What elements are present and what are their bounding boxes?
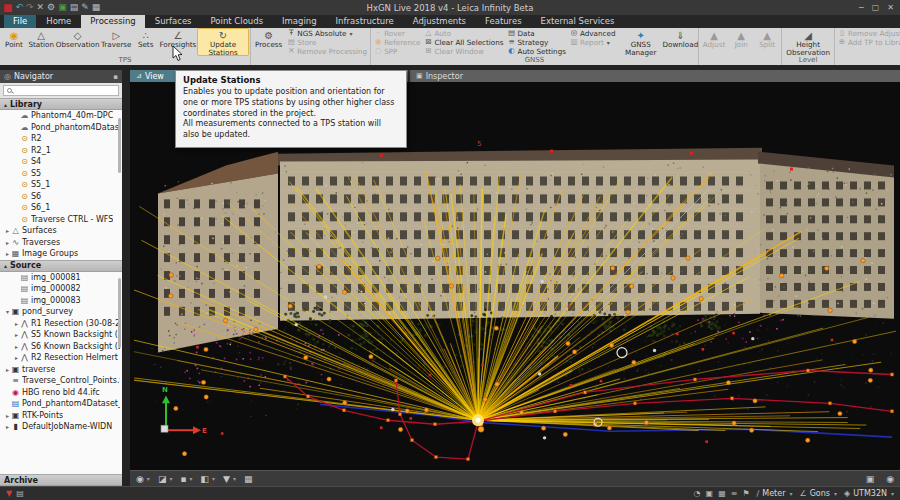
ribbon-button-rover[interactable]: ◦Rover: [374, 29, 420, 37]
ribbon-button-clear-window[interactable]: ⊞Clear Window: [424, 47, 503, 55]
tree-item-r2-1[interactable]: ⊙R2_1: [0, 145, 122, 157]
tab-inspector[interactable]: ▣ Inspector: [410, 70, 900, 82]
library-scrollbar[interactable]: [118, 118, 121, 173]
tree-item-s4[interactable]: ⊙S4: [0, 156, 122, 168]
ribbon-button-strategy[interactable]: ≡Strategy: [508, 38, 566, 46]
tree-item-hbg-reno-bld-44-ifc[interactable]: ◉HBG reno bld 44.ifc: [0, 387, 122, 399]
flag-icon[interactable]: ⚑: [742, 489, 749, 498]
tree-item-traverse[interactable]: ▸▣traverse: [0, 364, 122, 376]
table-icon[interactable]: ▦: [718, 489, 726, 498]
tree-item-pond-survey[interactable]: ▾▣pond_survey: [0, 306, 122, 318]
ribbon-tab-infrastructure[interactable]: Infrastructure: [327, 15, 403, 28]
tree-item-traverse-ctrl-wfs[interactable]: ⊙Traverse CTRL - WFS: [0, 214, 122, 226]
ribbon-button-station[interactable]: △Station: [27, 28, 55, 56]
tree-item-pond-phantom4dataset-40m-gcps[interactable]: ▤Pond_phantom4Dataset_40m_GCPs: [0, 398, 122, 410]
ribbon-button-foresights[interactable]: ∠Foresights: [159, 28, 197, 56]
ribbon-tab-adjustments[interactable]: Adjustments: [404, 15, 475, 28]
maximize-button[interactable]: ▢: [872, 3, 880, 12]
ribbon-button-remove-adjustment[interactable]: ▯Remove Adjustment: [838, 29, 900, 37]
settings-icon[interactable]: ⚙: [47, 3, 55, 12]
ribbon-button-auto[interactable]: △Auto: [424, 29, 503, 37]
tree-item-pond-phantom4dataset-20[interactable]: ☁Pond_phantom4Dataset_20: [0, 122, 122, 134]
tree-item-img-000081[interactable]: ▤img_000081: [0, 272, 122, 284]
filter-control[interactable]: ▼▾: [223, 474, 236, 484]
ribbon-tab-file[interactable]: File: [4, 15, 36, 28]
ribbon-button-sets[interactable]: ∴Sets: [133, 28, 159, 56]
tree-item-s5-known-backsight-30-08-201[interactable]: ▸⋀S5 Known Backsight (30-08-201: [0, 329, 122, 341]
ribbon-button-clear-all-selections[interactable]: ⊠Clear All Selections: [424, 38, 503, 46]
ribbon-button-advanced[interactable]: ◎Advanced: [570, 29, 616, 37]
tree-item-rtk-points[interactable]: ▸▣RTK-Points: [0, 410, 122, 422]
ribbon-button-spp[interactable]: ◌SPP: [374, 47, 420, 55]
ribbon-button-traverse[interactable]: ▷Traverse: [100, 28, 133, 56]
tree-item-s6-known-backsight-30-08-201[interactable]: ▸⋀S6 Known Backsight (30-08-201: [0, 341, 122, 353]
tree-item-surfaces[interactable]: ▸△Surfaces: [0, 225, 122, 237]
tree-item-image-groups[interactable]: ▸▦Image Groups: [0, 248, 122, 260]
ribbon-button-observation[interactable]: ◇Observation: [55, 28, 99, 56]
ribbon-button-store[interactable]: ▤Store: [287, 38, 367, 46]
angle-unit-selector[interactable]: ∠ Gons ▾: [799, 489, 837, 498]
panel-pin-icon[interactable]: ▪: [113, 73, 118, 81]
focus-extents-icon[interactable]: ▣: [866, 474, 875, 484]
delete-icon[interactable]: ✕: [37, 3, 45, 12]
camera-icon[interactable]: ▤: [70, 3, 79, 12]
tree-item-phantom4-40m-dpc[interactable]: ☁Phantom4_40m-DPC: [0, 110, 122, 122]
pin-icon[interactable]: ✎: [81, 3, 89, 12]
crs-selector[interactable]: ◈ UTM32N ▾: [844, 489, 894, 498]
tree-item-traverse-control-points-txt[interactable]: ≡Traverse_Control_Points.txt: [0, 375, 122, 387]
ribbon-button-reference[interactable]: ◉Reference: [374, 38, 420, 46]
ribbon-button-split[interactable]: ▲Split: [754, 28, 780, 56]
panel-splitter[interactable]: [122, 70, 130, 486]
close-button[interactable]: ✕: [887, 3, 894, 12]
tree-item-s5-1[interactable]: ⊙S5_1: [0, 179, 122, 191]
tree-item-img-000082[interactable]: ▤img_000082: [0, 283, 122, 295]
point-size-control[interactable]: ▪▾: [180, 474, 192, 484]
distance-unit-selector[interactable]: ∕ Meter ▾: [757, 489, 793, 498]
ribbon-button-process[interactable]: ⚙Process: [252, 28, 285, 56]
time-icon[interactable]: ◔: [694, 489, 701, 498]
ribbon-button-gnss-manager[interactable]: ✦GNSS Manager: [618, 28, 664, 56]
zoom-doc-icon[interactable]: ▣: [706, 489, 714, 498]
ribbon-button-auto-settings[interactable]: ◐Auto Settings: [508, 47, 566, 55]
tree-item-r1-resection-30-08-2016-09-51[interactable]: ▸⋀R1 Resection (30-08-2016 09:51: [0, 318, 122, 330]
tree-item-defaultjobname-widn[interactable]: ▸▮DefaultJobName-WIDN: [0, 421, 122, 433]
ribbon-button-add-tp-to-library[interactable]: ⊕Add TP to Library: [838, 38, 900, 46]
ribbon-tab-external-services[interactable]: External Services: [532, 15, 624, 28]
ribbon-tab-point-clouds[interactable]: Point Clouds: [202, 15, 273, 28]
source-section-header[interactable]: ▴ Source: [0, 260, 122, 272]
tree-item-r2[interactable]: ⊙R2: [0, 133, 122, 145]
archive-section-header[interactable]: Archive: [0, 474, 122, 486]
globe-icon[interactable]: ◉: [886, 474, 894, 484]
layout-icon[interactable]: ▦: [92, 3, 101, 12]
ribbon-tab-imaging[interactable]: Imaging: [273, 15, 326, 28]
ribbon-button-report[interactable]: ▥Report▾: [570, 38, 616, 46]
ribbon-button-update-stations[interactable]: ↻Update Stations: [197, 28, 249, 56]
snapshot-icon[interactable]: ▣: [58, 3, 67, 12]
ribbon-tab-home[interactable]: Home: [37, 15, 80, 28]
ribbon-button-join[interactable]: ▲Join: [728, 28, 754, 56]
ribbon-button-ngs-absolute[interactable]: ŦNGS Absolute▾: [287, 29, 367, 37]
shading-control[interactable]: ◧▾: [201, 474, 216, 484]
ribbon-tab-features[interactable]: Features: [476, 15, 531, 28]
ribbon-button-adjust[interactable]: ▲Adjust: [700, 28, 728, 56]
undo-icon[interactable]: ↶: [15, 3, 23, 12]
tree-item-r2-resection-helmert-30-08-2[interactable]: ▸⋀R2 Resection Helmert (30-08-2(: [0, 352, 122, 364]
layers-icon[interactable]: ≡: [731, 489, 738, 498]
tree-item-s6[interactable]: ⊙S6: [0, 191, 122, 203]
tree-item-s5[interactable]: ⊙S5: [0, 168, 122, 180]
ribbon-button-height-observation[interactable]: ◢Height Observation: [783, 28, 833, 56]
ribbon-button-point[interactable]: ◉Point: [1, 28, 27, 56]
ribbon-button-data[interactable]: ▤Data: [508, 29, 566, 37]
ribbon-tab-surfaces[interactable]: Surfaces: [146, 15, 201, 28]
tree-item-s6-1[interactable]: ⊙S6_1: [0, 202, 122, 214]
navigator-search-input[interactable]: [12, 86, 118, 95]
render-settings-control[interactable]: ◉▾: [136, 474, 150, 484]
app-logo-icon[interactable]: ■: [3, 3, 12, 12]
minimize-button[interactable]: ─: [859, 3, 864, 12]
ribbon-button-remove-processing[interactable]: ✕Remove Processing: [287, 47, 367, 55]
tree-item-img-000083[interactable]: ▤img_000083: [0, 295, 122, 307]
ribbon-button-download[interactable]: ⇓Download: [664, 28, 697, 56]
clipping-control[interactable]: ◪▾: [158, 474, 173, 484]
source-scrollbar[interactable]: [118, 278, 121, 348]
library-section-header[interactable]: ▴ Library: [0, 98, 122, 110]
